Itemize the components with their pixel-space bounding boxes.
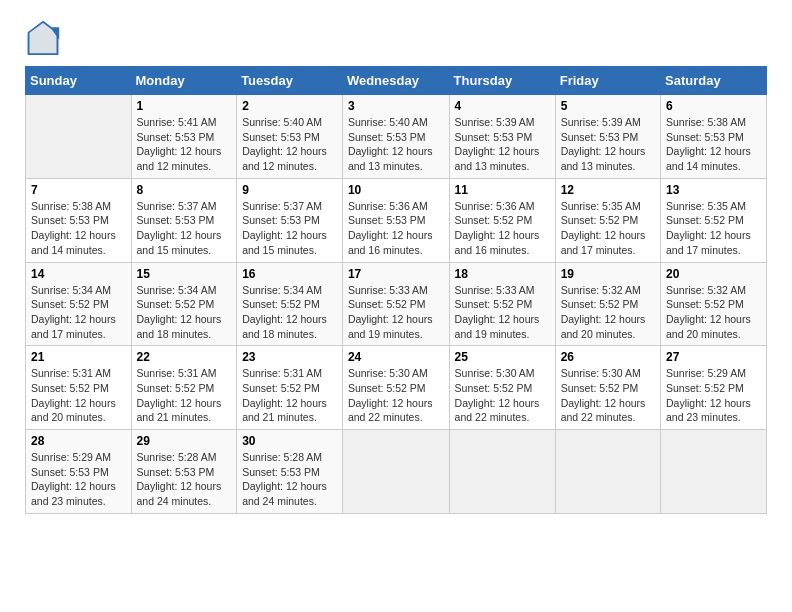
day-number: 25	[455, 350, 550, 364]
day-number: 16	[242, 267, 337, 281]
day-cell	[342, 430, 449, 514]
day-cell: 2Sunrise: 5:40 AMSunset: 5:53 PMDaylight…	[237, 95, 343, 179]
day-detail: Sunrise: 5:39 AMSunset: 5:53 PMDaylight:…	[561, 115, 655, 174]
day-detail: Sunrise: 5:37 AMSunset: 5:53 PMDaylight:…	[242, 199, 337, 258]
day-cell: 26Sunrise: 5:30 AMSunset: 5:52 PMDayligh…	[555, 346, 660, 430]
day-detail: Sunrise: 5:32 AMSunset: 5:52 PMDaylight:…	[666, 283, 761, 342]
day-detail: Sunrise: 5:38 AMSunset: 5:53 PMDaylight:…	[31, 199, 126, 258]
day-cell: 21Sunrise: 5:31 AMSunset: 5:52 PMDayligh…	[26, 346, 132, 430]
day-number: 12	[561, 183, 655, 197]
day-cell: 8Sunrise: 5:37 AMSunset: 5:53 PMDaylight…	[131, 178, 237, 262]
day-cell: 16Sunrise: 5:34 AMSunset: 5:52 PMDayligh…	[237, 262, 343, 346]
day-cell: 6Sunrise: 5:38 AMSunset: 5:53 PMDaylight…	[661, 95, 767, 179]
day-cell: 22Sunrise: 5:31 AMSunset: 5:52 PMDayligh…	[131, 346, 237, 430]
day-detail: Sunrise: 5:35 AMSunset: 5:52 PMDaylight:…	[666, 199, 761, 258]
day-cell: 5Sunrise: 5:39 AMSunset: 5:53 PMDaylight…	[555, 95, 660, 179]
day-number: 11	[455, 183, 550, 197]
day-cell	[26, 95, 132, 179]
day-cell: 25Sunrise: 5:30 AMSunset: 5:52 PMDayligh…	[449, 346, 555, 430]
day-number: 30	[242, 434, 337, 448]
day-number: 7	[31, 183, 126, 197]
day-number: 29	[137, 434, 232, 448]
day-cell: 13Sunrise: 5:35 AMSunset: 5:52 PMDayligh…	[661, 178, 767, 262]
day-number: 3	[348, 99, 444, 113]
day-number: 5	[561, 99, 655, 113]
day-detail: Sunrise: 5:40 AMSunset: 5:53 PMDaylight:…	[242, 115, 337, 174]
day-cell: 28Sunrise: 5:29 AMSunset: 5:53 PMDayligh…	[26, 430, 132, 514]
day-cell	[555, 430, 660, 514]
day-detail: Sunrise: 5:36 AMSunset: 5:52 PMDaylight:…	[455, 199, 550, 258]
day-number: 8	[137, 183, 232, 197]
header	[25, 20, 767, 56]
day-detail: Sunrise: 5:34 AMSunset: 5:52 PMDaylight:…	[137, 283, 232, 342]
header-row: SundayMondayTuesdayWednesdayThursdayFrid…	[26, 67, 767, 95]
day-number: 9	[242, 183, 337, 197]
day-detail: Sunrise: 5:36 AMSunset: 5:53 PMDaylight:…	[348, 199, 444, 258]
week-row-4: 21Sunrise: 5:31 AMSunset: 5:52 PMDayligh…	[26, 346, 767, 430]
logo	[25, 20, 67, 56]
day-detail: Sunrise: 5:37 AMSunset: 5:53 PMDaylight:…	[137, 199, 232, 258]
day-detail: Sunrise: 5:35 AMSunset: 5:52 PMDaylight:…	[561, 199, 655, 258]
day-detail: Sunrise: 5:31 AMSunset: 5:52 PMDaylight:…	[242, 366, 337, 425]
day-cell: 11Sunrise: 5:36 AMSunset: 5:52 PMDayligh…	[449, 178, 555, 262]
day-cell: 23Sunrise: 5:31 AMSunset: 5:52 PMDayligh…	[237, 346, 343, 430]
day-detail: Sunrise: 5:39 AMSunset: 5:53 PMDaylight:…	[455, 115, 550, 174]
header-cell-monday: Monday	[131, 67, 237, 95]
header-cell-thursday: Thursday	[449, 67, 555, 95]
day-cell	[661, 430, 767, 514]
week-row-5: 28Sunrise: 5:29 AMSunset: 5:53 PMDayligh…	[26, 430, 767, 514]
day-cell: 18Sunrise: 5:33 AMSunset: 5:52 PMDayligh…	[449, 262, 555, 346]
header-cell-tuesday: Tuesday	[237, 67, 343, 95]
day-cell: 4Sunrise: 5:39 AMSunset: 5:53 PMDaylight…	[449, 95, 555, 179]
day-detail: Sunrise: 5:40 AMSunset: 5:53 PMDaylight:…	[348, 115, 444, 174]
week-row-1: 1Sunrise: 5:41 AMSunset: 5:53 PMDaylight…	[26, 95, 767, 179]
day-detail: Sunrise: 5:28 AMSunset: 5:53 PMDaylight:…	[137, 450, 232, 509]
day-number: 18	[455, 267, 550, 281]
day-cell: 17Sunrise: 5:33 AMSunset: 5:52 PMDayligh…	[342, 262, 449, 346]
day-number: 22	[137, 350, 232, 364]
day-cell: 27Sunrise: 5:29 AMSunset: 5:52 PMDayligh…	[661, 346, 767, 430]
day-number: 4	[455, 99, 550, 113]
day-detail: Sunrise: 5:38 AMSunset: 5:53 PMDaylight:…	[666, 115, 761, 174]
day-cell: 1Sunrise: 5:41 AMSunset: 5:53 PMDaylight…	[131, 95, 237, 179]
day-number: 21	[31, 350, 126, 364]
header-cell-wednesday: Wednesday	[342, 67, 449, 95]
day-detail: Sunrise: 5:30 AMSunset: 5:52 PMDaylight:…	[455, 366, 550, 425]
day-number: 1	[137, 99, 232, 113]
day-number: 14	[31, 267, 126, 281]
week-row-2: 7Sunrise: 5:38 AMSunset: 5:53 PMDaylight…	[26, 178, 767, 262]
day-number: 2	[242, 99, 337, 113]
day-number: 13	[666, 183, 761, 197]
day-cell	[449, 430, 555, 514]
day-cell: 3Sunrise: 5:40 AMSunset: 5:53 PMDaylight…	[342, 95, 449, 179]
day-detail: Sunrise: 5:30 AMSunset: 5:52 PMDaylight:…	[348, 366, 444, 425]
day-cell: 29Sunrise: 5:28 AMSunset: 5:53 PMDayligh…	[131, 430, 237, 514]
day-cell: 24Sunrise: 5:30 AMSunset: 5:52 PMDayligh…	[342, 346, 449, 430]
day-cell: 19Sunrise: 5:32 AMSunset: 5:52 PMDayligh…	[555, 262, 660, 346]
day-number: 23	[242, 350, 337, 364]
day-detail: Sunrise: 5:33 AMSunset: 5:52 PMDaylight:…	[455, 283, 550, 342]
header-cell-saturday: Saturday	[661, 67, 767, 95]
day-cell: 9Sunrise: 5:37 AMSunset: 5:53 PMDaylight…	[237, 178, 343, 262]
day-number: 15	[137, 267, 232, 281]
day-number: 26	[561, 350, 655, 364]
day-detail: Sunrise: 5:31 AMSunset: 5:52 PMDaylight:…	[31, 366, 126, 425]
day-detail: Sunrise: 5:29 AMSunset: 5:52 PMDaylight:…	[666, 366, 761, 425]
day-number: 17	[348, 267, 444, 281]
day-number: 28	[31, 434, 126, 448]
day-detail: Sunrise: 5:28 AMSunset: 5:53 PMDaylight:…	[242, 450, 337, 509]
day-number: 10	[348, 183, 444, 197]
day-detail: Sunrise: 5:34 AMSunset: 5:52 PMDaylight:…	[242, 283, 337, 342]
day-number: 6	[666, 99, 761, 113]
day-detail: Sunrise: 5:30 AMSunset: 5:52 PMDaylight:…	[561, 366, 655, 425]
day-detail: Sunrise: 5:33 AMSunset: 5:52 PMDaylight:…	[348, 283, 444, 342]
day-detail: Sunrise: 5:31 AMSunset: 5:52 PMDaylight:…	[137, 366, 232, 425]
day-number: 27	[666, 350, 761, 364]
day-cell: 14Sunrise: 5:34 AMSunset: 5:52 PMDayligh…	[26, 262, 132, 346]
day-number: 19	[561, 267, 655, 281]
week-row-3: 14Sunrise: 5:34 AMSunset: 5:52 PMDayligh…	[26, 262, 767, 346]
day-cell: 15Sunrise: 5:34 AMSunset: 5:52 PMDayligh…	[131, 262, 237, 346]
day-cell: 10Sunrise: 5:36 AMSunset: 5:53 PMDayligh…	[342, 178, 449, 262]
day-cell: 20Sunrise: 5:32 AMSunset: 5:52 PMDayligh…	[661, 262, 767, 346]
calendar: SundayMondayTuesdayWednesdayThursdayFrid…	[25, 66, 767, 514]
